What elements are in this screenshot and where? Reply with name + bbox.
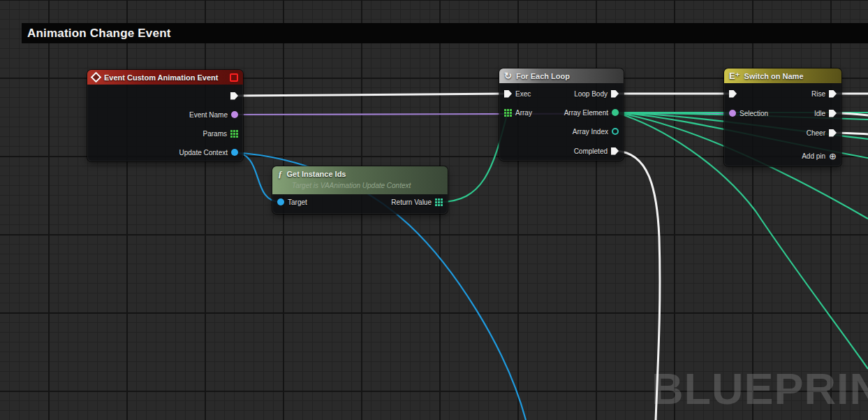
pin-label: Target bbox=[288, 198, 307, 206]
node-event-custom-animation-event[interactable]: Event Custom Animation Event Event Name … bbox=[87, 70, 243, 161]
node-header-function[interactable]: ƒ Get Instance Ids Target is VAAnimation… bbox=[272, 166, 448, 194]
blueprint-graph-canvas[interactable]: BLUEPRINT Animation Change Event Event C… bbox=[0, 0, 868, 420]
pin-label: Event Name bbox=[189, 111, 228, 119]
comment-title: Animation Change Event bbox=[27, 27, 171, 41]
pin-row-event-name: Event Name bbox=[189, 108, 238, 122]
pin-row-selection: Selection bbox=[729, 106, 768, 120]
pin-label: Completed bbox=[574, 147, 608, 155]
params-array-pin[interactable] bbox=[230, 130, 238, 138]
pin-row-rise: Rise bbox=[811, 87, 837, 101]
loop-body-pin[interactable] bbox=[611, 90, 619, 98]
array-index-pin[interactable] bbox=[612, 128, 619, 135]
pin-label: Idle bbox=[814, 110, 825, 117]
node-title: For Each Loop bbox=[516, 72, 570, 80]
node-title: Switch on Name bbox=[744, 72, 804, 80]
pin-row-return-value: Return Value bbox=[391, 195, 443, 209]
return-value-array-pin[interactable] bbox=[435, 198, 443, 206]
add-pin-icon[interactable]: ⊕ bbox=[829, 152, 837, 161]
pin-row-add-pin: Add pin ⊕ bbox=[802, 149, 837, 163]
pin-label: Cheer bbox=[807, 129, 825, 137]
target-pin[interactable] bbox=[277, 198, 284, 205]
pin-row-idle: Idle bbox=[814, 106, 837, 120]
event-binding-icon bbox=[230, 73, 238, 82]
completed-pin[interactable] bbox=[611, 147, 619, 155]
node-get-instance-ids[interactable]: ƒ Get Instance Ids Target is VAAnimation… bbox=[272, 166, 448, 214]
function-icon: ƒ bbox=[278, 169, 283, 178]
node-header-macro[interactable]: ↻ For Each Loop bbox=[499, 68, 624, 83]
array-element-pin[interactable] bbox=[612, 109, 619, 116]
pin-label: Selection bbox=[740, 110, 768, 117]
pin-row-completed: Completed bbox=[574, 144, 619, 158]
comment-header[interactable]: Animation Change Event bbox=[22, 23, 868, 43]
pin-row-exec-in: Exec bbox=[504, 87, 531, 101]
cheer-pin[interactable] bbox=[829, 129, 837, 137]
pin-row-cheer: Cheer bbox=[807, 126, 837, 140]
pin-row-params: Params bbox=[203, 126, 238, 140]
pin-row-array: Array bbox=[504, 106, 532, 120]
node-header-switch[interactable]: E⁺ Switch on Name bbox=[724, 68, 841, 83]
idle-pin[interactable] bbox=[829, 110, 837, 117]
pin-label: Exec bbox=[515, 90, 531, 98]
node-title: Get Instance Ids bbox=[287, 170, 346, 178]
pin-row-array-index: Array Index bbox=[573, 124, 619, 138]
node-for-each-loop[interactable]: ↻ For Each Loop Exec Array Loop Body Arr… bbox=[499, 68, 624, 161]
exec-in-pin[interactable] bbox=[504, 90, 512, 98]
event-name-pin[interactable] bbox=[231, 111, 238, 118]
pin-row-update-context: Update Context bbox=[179, 145, 239, 159]
node-switch-on-name[interactable]: E⁺ Switch on Name Selection Rise Idle Ch… bbox=[724, 68, 841, 166]
switch-icon: E⁺ bbox=[729, 71, 740, 80]
pin-row-target: Target bbox=[277, 195, 307, 209]
exec-out-pin[interactable] bbox=[230, 92, 238, 100]
pin-label: Array Index bbox=[573, 128, 608, 136]
array-pin[interactable] bbox=[504, 109, 512, 117]
update-context-pin[interactable] bbox=[231, 149, 238, 156]
selection-pin[interactable] bbox=[729, 110, 736, 117]
node-header-event[interactable]: Event Custom Animation Event bbox=[87, 70, 243, 85]
pin-label: Array Element bbox=[564, 109, 608, 117]
exec-in-pin[interactable] bbox=[729, 90, 737, 98]
loop-icon: ↻ bbox=[504, 71, 512, 80]
node-title: Event Custom Animation Event bbox=[104, 73, 218, 82]
wire-completed-offscreen[interactable] bbox=[616, 151, 660, 420]
pin-label: Return Value bbox=[391, 198, 432, 206]
pin-label: Update Context bbox=[179, 149, 228, 157]
pin-row-exec-in bbox=[729, 87, 737, 101]
pin-row-loop-body: Loop Body bbox=[574, 87, 619, 101]
wire-return-value-to-array[interactable] bbox=[439, 115, 507, 202]
event-diamond-icon bbox=[91, 72, 102, 83]
add-pin-label: Add pin bbox=[802, 152, 825, 160]
pin-label: Rise bbox=[811, 90, 825, 98]
pin-label: Params bbox=[203, 130, 227, 138]
wire-exec-event-to-foreach[interactable] bbox=[235, 94, 508, 96]
pin-row-array-element: Array Element bbox=[564, 106, 619, 120]
node-subtitle: Target is VAAnimation Update Context bbox=[292, 182, 411, 189]
rise-pin[interactable] bbox=[829, 90, 837, 98]
pin-row-exec-out bbox=[230, 89, 238, 103]
pin-label: Loop Body bbox=[574, 90, 608, 98]
pin-label: Array bbox=[515, 109, 532, 117]
